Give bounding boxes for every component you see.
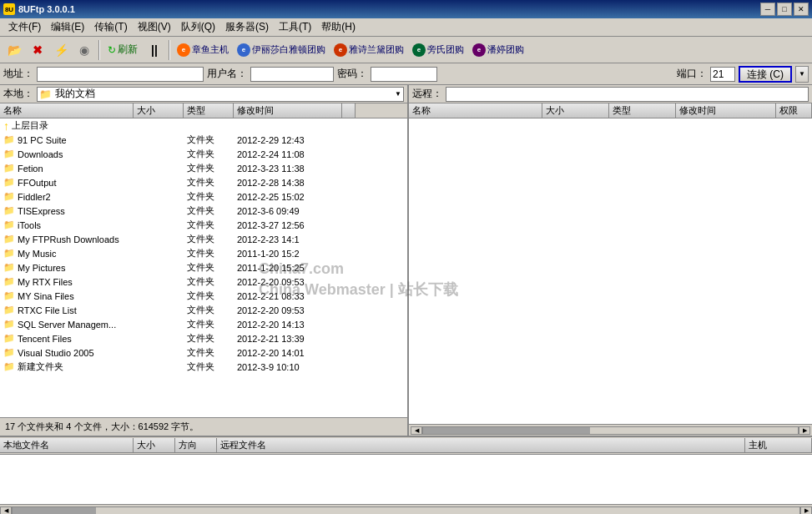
file-name: 📁 My Pictures bbox=[0, 262, 134, 273]
stop-button[interactable]: ◉ bbox=[73, 39, 95, 61]
bottom-hscroll-thumb[interactable] bbox=[13, 507, 96, 514]
remote-col-perm[interactable]: 权限 bbox=[776, 103, 812, 118]
link-label-5: 潘婷团购 bbox=[487, 43, 524, 56]
bottom-hscrollbar[interactable]: ◀ ▶ bbox=[0, 504, 812, 514]
table-row[interactable]: 📁 My RTX Files 文件夹 2012-2-20 09:53 bbox=[0, 275, 407, 289]
menu-file[interactable]: 文件(F) bbox=[3, 19, 46, 35]
port-input[interactable] bbox=[710, 67, 735, 82]
maximize-button[interactable]: □ bbox=[777, 3, 792, 16]
remote-col-date[interactable]: 修改时间 bbox=[676, 103, 776, 118]
file-date: 2012-2-20 09:53 bbox=[234, 277, 342, 287]
link-icon-1: e bbox=[177, 43, 190, 57]
file-type: 文件夹 bbox=[184, 318, 234, 330]
table-row[interactable]: 📁 新建文件夹 文件夹 2012-3-9 10:10 bbox=[0, 360, 407, 374]
refresh-button[interactable]: ↻ 刷新 bbox=[103, 40, 142, 59]
table-row[interactable]: 📁 91 PC Suite 文件夹 2012-2-29 12:43 bbox=[0, 133, 407, 147]
folder-icon: 📁 bbox=[3, 177, 15, 188]
table-row[interactable]: 📁 Downloads 文件夹 2012-2-24 11:08 bbox=[0, 147, 407, 161]
folder-icon: 📁 bbox=[3, 134, 15, 145]
file-name: 📁 SQL Server Managem... bbox=[0, 319, 134, 330]
hscroll-right-btn[interactable]: ▶ bbox=[799, 426, 810, 435]
bottom-hscroll-track[interactable] bbox=[12, 506, 800, 515]
hscroll-left-btn[interactable]: ◀ bbox=[411, 426, 422, 435]
hscroll-track[interactable] bbox=[422, 426, 799, 435]
transfer-header: 本地文件名 大小 方向 远程文件名 主机 bbox=[0, 438, 812, 453]
table-row[interactable]: 📁 SQL Server Managem... 文件夹 2012-2-20 14… bbox=[0, 317, 407, 331]
remote-col-type[interactable]: 类型 bbox=[609, 103, 676, 118]
link-yashi[interactable]: e 雅诗兰黛团购 bbox=[330, 42, 407, 58]
folder-icon: 📁 bbox=[3, 290, 15, 301]
file-name: 📁 Fetion bbox=[0, 163, 134, 174]
up-directory-row[interactable]: ↑ 上层目录 bbox=[0, 118, 407, 133]
col-header-scroll bbox=[342, 103, 356, 118]
remote-path-input[interactable] bbox=[446, 87, 809, 102]
hscroll-thumb[interactable] bbox=[423, 427, 590, 434]
menu-server[interactable]: 服务器(S) bbox=[220, 19, 274, 35]
file-date: 2012-2-20 14:13 bbox=[234, 320, 342, 330]
menu-edit[interactable]: 编辑(E) bbox=[46, 19, 89, 35]
window-controls: ─ □ ✕ bbox=[760, 3, 809, 16]
local-path-dropdown[interactable]: ▼ bbox=[395, 90, 401, 98]
link-pangshi[interactable]: e 旁氏团购 bbox=[409, 42, 467, 58]
minimize-button[interactable]: ─ bbox=[760, 3, 775, 16]
col-header-size[interactable]: 大小 bbox=[134, 103, 184, 118]
address-input[interactable] bbox=[37, 67, 204, 82]
open-button[interactable]: 📂 bbox=[3, 39, 25, 61]
connect-dropdown[interactable]: ▼ bbox=[795, 66, 809, 83]
table-row[interactable]: 📁 MY Sina Files 文件夹 2012-2-21 08:33 bbox=[0, 289, 407, 303]
lightning-button[interactable]: ⚡ bbox=[50, 39, 72, 61]
table-row[interactable]: 📁 Visual Studio 2005 文件夹 2012-2-20 14:01 bbox=[0, 345, 407, 360]
pause-button[interactable]: || bbox=[144, 39, 165, 61]
addr-label: 地址： bbox=[3, 67, 33, 81]
table-row[interactable]: 📁 Fiddler2 文件夹 2012-2-25 15:02 bbox=[0, 189, 407, 204]
menu-transfer[interactable]: 传输(T) bbox=[89, 19, 132, 35]
delete-button[interactable]: ✖ bbox=[27, 39, 48, 61]
local-folder-icon: 📁 bbox=[39, 88, 52, 100]
file-type: 文件夹 bbox=[184, 204, 234, 217]
menu-tools[interactable]: 工具(T) bbox=[274, 19, 316, 35]
menu-bar: 文件(F) 编辑(E) 传输(T) 视图(V) 队列(Q) 服务器(S) 工具(… bbox=[0, 18, 812, 37]
table-row[interactable]: 📁 RTXC File List 文件夹 2012-2-20 09:53 bbox=[0, 303, 407, 317]
remote-file-list[interactable] bbox=[409, 118, 812, 424]
table-row[interactable]: 📁 Fetion 文件夹 2012-3-23 11:38 bbox=[0, 161, 407, 175]
close-button[interactable]: ✕ bbox=[794, 3, 809, 16]
local-path-text: 我的文档 bbox=[55, 87, 95, 101]
table-row[interactable]: 📁 FFOutput 文件夹 2012-2-28 14:38 bbox=[0, 175, 407, 189]
link-panting[interactable]: e 潘婷团购 bbox=[469, 42, 527, 58]
table-row[interactable]: 📁 TISExpress 文件夹 2012-3-6 09:49 bbox=[0, 204, 407, 218]
transfer-col-dir: 方向 bbox=[175, 438, 217, 452]
password-input[interactable] bbox=[371, 67, 437, 82]
local-file-list[interactable]: ↑ 上层目录 📁 91 PC Suite 文件夹 2012-2-29 12:43… bbox=[0, 118, 407, 417]
remote-col-name[interactable]: 名称 bbox=[409, 103, 542, 118]
table-row[interactable]: 📁 My Pictures 文件夹 2011-1-20 15:25 bbox=[0, 260, 407, 275]
username-input[interactable] bbox=[250, 67, 334, 82]
table-row[interactable]: 📁 My FTPRush Downloads 文件夹 2012-2-23 14:… bbox=[0, 232, 407, 246]
col-header-type[interactable]: 类型 bbox=[184, 103, 234, 118]
folder-icon: 📁 bbox=[3, 347, 15, 358]
local-table-header: 名称 大小 类型 修改时间 bbox=[0, 103, 407, 118]
menu-view[interactable]: 视图(V) bbox=[133, 19, 176, 35]
bottom-hscroll-left[interactable]: ◀ bbox=[0, 506, 12, 515]
transfer-list bbox=[0, 454, 812, 504]
app-icon: 8U bbox=[3, 3, 15, 15]
connect-button[interactable]: 连接 (C) bbox=[739, 66, 792, 83]
transfer-col-host: 主机 bbox=[745, 438, 812, 452]
col-header-name[interactable]: 名称 bbox=[0, 103, 134, 118]
local-path-input[interactable]: 📁 我的文档 ▼ bbox=[37, 87, 404, 102]
file-name: 📁 RTXC File List bbox=[0, 305, 134, 315]
toolbar: 📂 ✖ ⚡ ◉ ↻ 刷新 || e 章鱼主机 e 伊丽莎白雅顿团购 e 雅诗兰黛… bbox=[0, 37, 812, 63]
col-header-date[interactable]: 修改时间 bbox=[234, 103, 342, 118]
link-yalisha[interactable]: e 伊丽莎白雅顿团购 bbox=[234, 42, 329, 58]
table-row[interactable]: 📁 Tencent Files 文件夹 2012-2-21 13:39 bbox=[0, 331, 407, 345]
bottom-hscroll-right[interactable]: ▶ bbox=[800, 506, 812, 515]
table-row[interactable]: 📁 My Music 文件夹 2011-1-20 15:2 bbox=[0, 246, 407, 260]
table-row[interactable]: 📁 iTools 文件夹 2012-3-27 12:56 bbox=[0, 218, 407, 232]
link-zhangyu[interactable]: e 章鱼主机 bbox=[174, 42, 232, 58]
menu-queue[interactable]: 队列(Q) bbox=[176, 19, 220, 35]
file-name: 📁 MY Sina Files bbox=[0, 290, 134, 301]
remote-hscrollbar[interactable]: ◀ ▶ bbox=[409, 424, 812, 436]
menu-help[interactable]: 帮助(H) bbox=[316, 19, 361, 35]
remote-col-size[interactable]: 大小 bbox=[542, 103, 609, 118]
transfer-panel: 本地文件名 大小 方向 远程文件名 主机 bbox=[0, 436, 812, 454]
folder-icon: 📁 bbox=[3, 205, 15, 216]
